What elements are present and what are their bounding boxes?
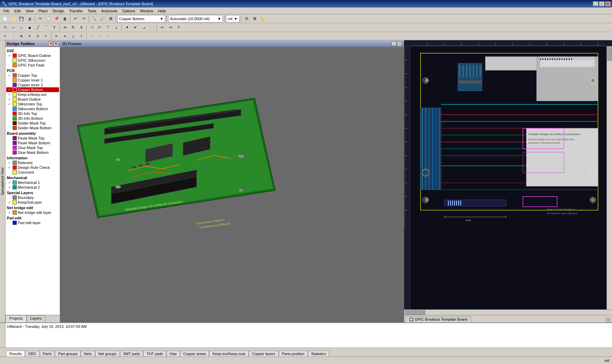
tab-statistics[interactable]: Statistics <box>308 351 329 356</box>
highlight-btn[interactable]: ✦ <box>123 24 131 31</box>
schematic-vscroll[interactable] <box>607 46 612 309</box>
layer-pastemask-bottom[interactable]: Paste Mask Bottom <box>6 141 59 145</box>
layer-silkscreen-bottom[interactable]: Silkscreen Bottom <box>6 106 59 111</box>
rotate-btn[interactable]: ↻ <box>69 24 77 31</box>
tab-part-groups[interactable]: Part groups <box>55 351 81 356</box>
close-btn[interactable]: ✕ <box>605 1 611 6</box>
arc-btn[interactable]: ⌒ <box>42 24 50 31</box>
route-btn[interactable]: 〰 <box>10 24 17 31</box>
tb3-btn11[interactable]: ⋯ <box>88 32 96 40</box>
layer-ratsnest[interactable]: ✓ Ratsnest <box>6 160 59 165</box>
tb3-btn4[interactable]: ✦ <box>26 32 33 40</box>
tab-close-btn[interactable]: ✕ <box>606 318 611 322</box>
preview-maximize-btn[interactable]: □ <box>397 41 402 46</box>
layer-copper-inner1[interactable]: Copper Inner 1 <box>6 78 59 83</box>
menu-tools[interactable]: Tools <box>86 8 99 14</box>
menu-place[interactable]: Place <box>36 8 50 14</box>
trace-width-dropdown[interactable]: Automatic (10.0000 mil) ▼ <box>168 15 223 23</box>
layer-board-outline[interactable]: ✓ Board Outline <box>6 97 59 102</box>
schematic-hscroll[interactable] <box>404 309 612 315</box>
layer-drc[interactable]: ✓ Design Rule Check <box>6 165 59 170</box>
preview-canvas[interactable]: Template Design not verified for product… <box>60 47 404 322</box>
align-right-btn[interactable]: ⊢ <box>96 24 104 31</box>
layer-gluemask-bottom[interactable]: Glue Mask Bottom <box>6 150 59 155</box>
tab-smt-pads[interactable]: SMT pads <box>120 351 143 356</box>
layer-soldermask-bottom[interactable]: Solder Mask Bottom <box>6 126 59 130</box>
tab-layers[interactable]: Layers <box>27 315 45 322</box>
unit-dropdown[interactable]: mil ▼ <box>226 15 240 23</box>
layer-gpic-board-outline[interactable]: ✓ GPIC Board Outline <box>6 53 59 58</box>
tb3-btn12[interactable]: ↔ <box>96 32 104 40</box>
tab-nets[interactable]: Nets <box>81 351 95 356</box>
tab-parts[interactable]: Parts <box>40 351 55 356</box>
tab-keepins-keepouts[interactable]: Keep-ins/Keep-outs <box>209 351 248 356</box>
tb3-btn3[interactable]: ⊞ <box>18 32 25 40</box>
menu-window[interactable]: Window <box>138 8 155 14</box>
tab-drc[interactable]: DRC <box>25 351 40 356</box>
menu-transfer[interactable]: Transfer <box>67 8 85 14</box>
undo-btn[interactable]: ↩ <box>72 15 79 23</box>
menu-view[interactable]: View <box>24 8 36 14</box>
zoom-out-btn[interactable]: 🔎 <box>99 15 106 23</box>
layer-mechanical1[interactable]: ✓ Mechanical 1 <box>6 180 59 185</box>
layer-copper-bottom[interactable]: ✓ Copper Bottom <box>6 87 59 92</box>
toolbox-pin-btn[interactable]: 📌 <box>48 41 53 46</box>
drc-btn[interactable]: ✔ <box>131 24 139 31</box>
align-top-btn[interactable]: ⊤ <box>104 24 112 31</box>
tb3-btn13[interactable]: ↕ <box>104 32 112 40</box>
layer-soldermask-top[interactable]: Solder Mask Top <box>6 121 59 126</box>
tab-net-groups[interactable]: Net groups <box>95 351 120 356</box>
tb3-btn10[interactable]: ▽ <box>77 32 85 40</box>
layer-pad-edit[interactable]: Pad edit layer <box>6 220 59 225</box>
tab-tht-pads[interactable]: THT pads <box>143 351 166 356</box>
layer-mechanical2[interactable]: ✓ Mechanical 2 <box>6 185 59 190</box>
layer-keepin-keepout[interactable]: ✓ Keep-in/keep-out <box>6 92 59 97</box>
tb3-btn6[interactable]: ⊢ <box>42 32 50 40</box>
align-left-btn[interactable]: ⊣ <box>88 24 96 31</box>
zoom-in-btn[interactable]: 🔍 <box>90 15 98 23</box>
layer-3dinfo-bottom[interactable]: 3D-Info Bottom <box>6 116 59 121</box>
tb3-btn7[interactable]: ⊳ <box>53 32 60 40</box>
3d-btn[interactable]: 🎲 <box>140 24 147 31</box>
layer-pastemask-top[interactable]: Paste Mask Top <box>6 136 59 141</box>
layer-copper-top[interactable]: ✓ Copper Top <box>6 73 59 78</box>
layer-dropdown[interactable]: Copper Bottom ▼ <box>117 15 165 23</box>
maximize-btn[interactable]: □ <box>599 1 604 6</box>
menu-design[interactable]: Design <box>51 8 66 14</box>
menu-autoroute[interactable]: Autoroute <box>99 8 119 14</box>
snap-btn[interactable]: ⊡ <box>243 15 250 23</box>
redo2-btn[interactable]: ↪ <box>167 24 174 31</box>
layer-net-bridge[interactable]: ✓ Net bridge edit layer <box>6 210 59 215</box>
schematic-tab[interactable]: 🔲 GPIC Breakout Template Board <box>405 316 471 322</box>
copy-btn[interactable]: 📋 <box>45 15 52 23</box>
open-btn[interactable]: 📁 <box>10 15 17 23</box>
tab-copper-layers[interactable]: Copper layers <box>249 351 278 356</box>
ratsnest-btn[interactable]: ⋯ <box>148 24 155 31</box>
tab-projects[interactable]: Projects <box>5 315 27 322</box>
layer-silkscreen-top[interactable]: ✓ Silkscreen Top <box>6 102 59 106</box>
tab-copper-areas[interactable]: Copper areas <box>180 351 209 356</box>
delete-btn[interactable]: 🗑 <box>61 15 69 23</box>
layer-gpic-part-pads[interactable]: GPIC Part Pads <box>6 63 59 68</box>
schematic-canvas[interactable]: Template Design not verified for product… <box>410 46 612 309</box>
menu-file[interactable]: File <box>1 8 12 14</box>
grid-btn[interactable]: ⊞ <box>251 15 258 23</box>
via-btn[interactable]: ○ <box>18 24 25 31</box>
select-btn[interactable]: ↖ <box>1 24 9 31</box>
preview-minimize-btn[interactable]: _ <box>392 41 396 46</box>
tab-vias[interactable]: Vias <box>167 351 180 356</box>
zoom-fit-btn[interactable]: ⊞ <box>107 15 114 23</box>
align-bottom-btn[interactable]: ⊥ <box>113 24 120 31</box>
vscroll-thumb[interactable] <box>607 47 612 61</box>
print-btn[interactable]: 🖨 <box>26 15 33 23</box>
redo-btn[interactable]: ↪ <box>80 15 87 23</box>
help-btn[interactable]: ? <box>175 24 182 31</box>
measure-btn[interactable]: 📐 <box>259 15 267 23</box>
flip-btn[interactable]: ⇕ <box>77 24 85 31</box>
menu-help[interactable]: Help <box>156 8 168 14</box>
tb3-btn8[interactable]: ⊲ <box>61 32 69 40</box>
tab-parts-position[interactable]: Parts position <box>279 351 308 356</box>
cut-btn[interactable]: ✂ <box>37 15 44 23</box>
layer-boundary[interactable]: Boundary <box>6 195 59 200</box>
text-btn[interactable]: T <box>51 24 58 31</box>
